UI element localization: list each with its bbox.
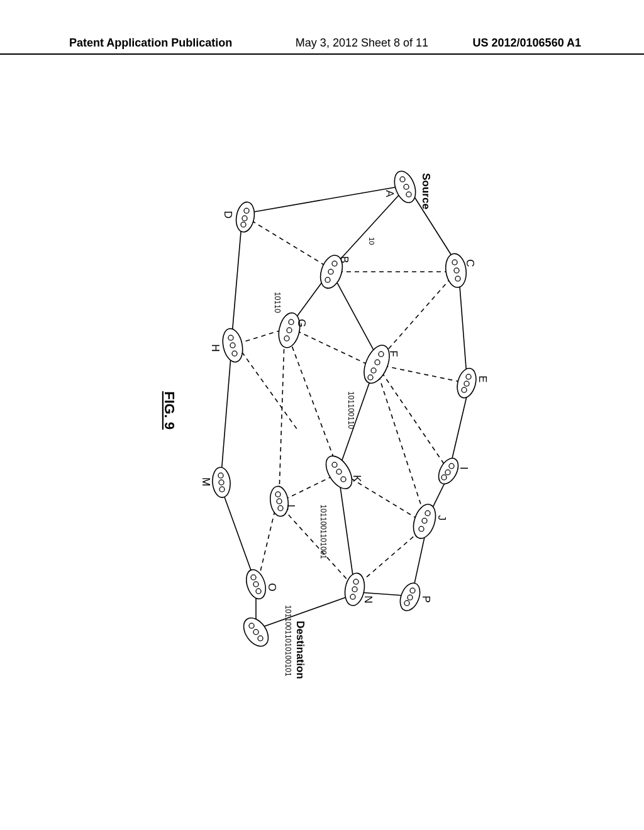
edge-G-K [289, 339, 336, 463]
label-I: I [458, 467, 470, 470]
svg-point-28 [284, 336, 289, 341]
svg-point-34 [449, 463, 454, 468]
svg-point-62 [410, 588, 415, 593]
svg-point-30 [228, 335, 233, 340]
svg-point-1 [400, 177, 405, 182]
edge-M-O [223, 492, 253, 575]
svg-point-48 [278, 506, 283, 511]
label-K: K [351, 475, 363, 482]
svg-point-67 [253, 629, 258, 634]
figure-caption: FIG. 9 [162, 391, 177, 429]
svg-point-5 [332, 261, 337, 266]
svg-point-3 [406, 192, 411, 197]
edge-E-F [385, 366, 460, 382]
edge-B-D [253, 221, 325, 265]
svg-point-46 [275, 492, 280, 497]
svg-point-24 [368, 375, 373, 380]
label-H: H [209, 344, 221, 351]
figure-9: Source A B C D E F G H I J K L M N O P D… [121, 143, 523, 671]
svg-point-18 [464, 381, 469, 386]
edge-J-P [413, 531, 426, 589]
svg-point-68 [258, 636, 263, 641]
label-F: F [387, 350, 399, 357]
bits-K: 1011001101001 [319, 504, 328, 559]
node-M [211, 467, 231, 498]
node-C [443, 252, 468, 289]
label-O: O [266, 583, 278, 591]
svg-point-59 [253, 582, 258, 587]
svg-point-36 [441, 475, 447, 480]
edge-C-F [382, 278, 451, 357]
edge-E-I [451, 391, 468, 463]
svg-point-47 [277, 499, 282, 504]
svg-point-52 [219, 487, 225, 492]
edge-F-J [379, 375, 424, 514]
node-D [234, 201, 257, 233]
svg-point-44 [341, 477, 346, 482]
svg-point-17 [466, 374, 471, 379]
svg-point-40 [419, 526, 424, 531]
label-dest: Destination [294, 621, 306, 679]
svg-point-27 [287, 328, 292, 333]
svg-point-15 [241, 222, 246, 227]
edge-H-G2 [237, 345, 297, 429]
svg-point-60 [256, 589, 261, 594]
node-L [269, 485, 290, 517]
edge-A-C [410, 190, 456, 262]
svg-point-23 [371, 368, 376, 373]
label-C: C [464, 259, 476, 267]
node-destination [239, 614, 274, 651]
svg-point-64 [404, 600, 409, 606]
bits-B: 10110 [273, 292, 282, 313]
edge-A-B [335, 193, 401, 265]
bits-F: 101100110 [347, 391, 355, 429]
edge-D-H [232, 224, 242, 335]
edge-J-N [360, 531, 419, 583]
svg-point-42 [332, 462, 337, 467]
svg-point-50 [218, 473, 223, 478]
svg-point-6 [328, 269, 333, 274]
edge-K-L [287, 476, 333, 498]
svg-point-31 [230, 343, 235, 348]
edge-B-G [294, 278, 325, 321]
edge-K-N [340, 482, 353, 580]
svg-point-66 [249, 623, 254, 628]
svg-point-14 [242, 216, 247, 221]
node-I [435, 455, 462, 487]
svg-point-2 [404, 184, 409, 189]
svg-point-38 [425, 511, 430, 516]
node-E [454, 366, 479, 400]
edge-A-D [253, 187, 397, 212]
svg-point-55 [352, 587, 357, 592]
label-E: E [477, 375, 489, 382]
label-M: M [200, 477, 212, 486]
svg-point-58 [251, 575, 256, 580]
svg-point-10 [454, 268, 459, 273]
edge-L-O [259, 511, 275, 577]
edge-G-L [279, 341, 284, 492]
node-O [243, 567, 269, 601]
node-J [409, 502, 440, 541]
node-G [276, 311, 303, 349]
node-H [220, 327, 246, 364]
svg-point-7 [325, 277, 330, 282]
edge-F-I [382, 372, 445, 465]
edge-F-G [298, 331, 367, 364]
svg-point-39 [422, 518, 427, 523]
edge-L-N [283, 509, 350, 583]
svg-point-32 [232, 351, 237, 356]
edge-B-F [335, 278, 375, 353]
svg-point-43 [336, 469, 341, 474]
label-G: G [296, 319, 308, 327]
label-L: L [285, 504, 297, 510]
label-D: D [222, 211, 234, 218]
label-A: A [384, 190, 396, 197]
edge-J-K [347, 476, 418, 519]
bits-A: 10 [368, 237, 375, 245]
svg-point-9 [452, 260, 457, 265]
svg-point-19 [462, 387, 467, 392]
edge-G-H [240, 330, 281, 343]
svg-point-54 [353, 579, 358, 584]
svg-point-11 [455, 276, 460, 281]
svg-point-51 [219, 480, 224, 485]
